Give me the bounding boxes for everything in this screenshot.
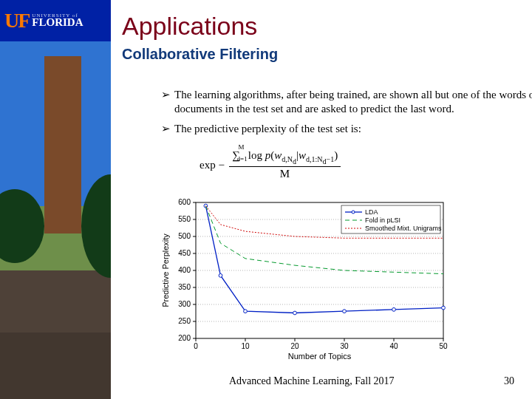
svg-point-43 <box>293 311 297 315</box>
svg-text:50: 50 <box>439 342 448 350</box>
formula-numerator: ∑Md=1 log p(wd,Nd|wd,1:Nd−1) <box>229 149 341 167</box>
svg-text:350: 350 <box>178 283 191 291</box>
uf-wordmark: UNIVERSITY of FLORIDA <box>32 13 83 28</box>
svg-text:LDA: LDA <box>365 208 378 216</box>
svg-text:400: 400 <box>178 266 191 274</box>
sidebar: UF UNIVERSITY of FLORIDA <box>0 0 111 399</box>
formula-denominator: M <box>280 167 290 180</box>
svg-text:40: 40 <box>389 342 398 350</box>
svg-text:30: 30 <box>340 342 349 350</box>
svg-text:20: 20 <box>290 342 299 350</box>
crowd <box>0 332 111 399</box>
page-number: 30 <box>504 375 514 387</box>
century-tower <box>44 56 81 233</box>
svg-text:Number of Topics: Number of Topics <box>288 352 352 361</box>
slide-title: Applications <box>122 12 257 41</box>
campus-photo <box>0 41 111 399</box>
perplexity-chart: 01020304050200250300350400450500550600Nu… <box>155 197 451 361</box>
svg-text:Smoothed Mixt. Unigrams: Smoothed Mixt. Unigrams <box>365 225 442 232</box>
svg-text:500: 500 <box>178 232 191 240</box>
bullet-item: The learning algorithms, after being tra… <box>161 88 532 116</box>
uf-bottom: FLORIDA <box>32 18 83 28</box>
svg-point-44 <box>343 310 347 313</box>
footer-text: Advanced Machine Learning, Fall 2017 <box>229 375 395 387</box>
uf-mark: UF <box>4 9 29 33</box>
svg-point-49 <box>352 211 355 214</box>
formula-fraction: ∑Md=1 log p(wd,Nd|wd,1:Nd−1) M <box>229 149 341 180</box>
svg-text:450: 450 <box>178 249 191 257</box>
slide-subtitle: Collaborative Filtering <box>122 46 278 63</box>
svg-text:600: 600 <box>178 198 191 206</box>
svg-text:10: 10 <box>241 342 250 350</box>
uf-logo: UF UNIVERSITY of FLORIDA <box>0 0 111 41</box>
svg-text:300: 300 <box>178 300 191 308</box>
perplexity-formula: exp − ∑Md=1 log p(wd,Nd|wd,1:Nd−1) M <box>200 149 341 180</box>
tree <box>81 174 111 278</box>
svg-point-46 <box>442 306 446 310</box>
svg-text:550: 550 <box>178 215 191 223</box>
svg-point-41 <box>219 274 222 278</box>
svg-text:250: 250 <box>178 317 191 325</box>
svg-text:0: 0 <box>194 342 198 350</box>
plot-area: 01020304050200250300350400450500550600Nu… <box>161 198 448 361</box>
slide: UF UNIVERSITY of FLORIDA Applications Co… <box>0 0 532 399</box>
svg-text:200: 200 <box>178 334 191 342</box>
svg-point-42 <box>244 310 248 313</box>
bullet-item: The predictive perplexity of the test se… <box>161 122 532 136</box>
svg-text:Fold in pLSI: Fold in pLSI <box>365 216 400 224</box>
svg-point-45 <box>392 308 396 312</box>
tree <box>0 189 44 263</box>
bullet-list: The learning algorithms, after being tra… <box>132 88 532 143</box>
formula-prefix: exp − <box>200 159 225 171</box>
svg-text:Predictive Perplexity: Predictive Perplexity <box>161 233 170 307</box>
